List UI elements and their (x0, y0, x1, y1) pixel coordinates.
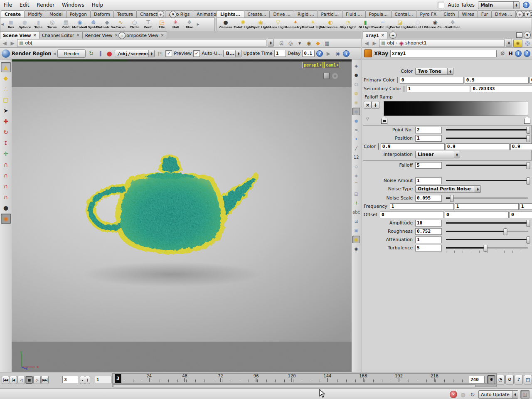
right-toolbar-icon[interactable]: ◈ (352, 62, 360, 69)
playback-button[interactable]: |◀ (10, 376, 17, 384)
playback-button[interactable]: ▶▶| (41, 376, 49, 384)
left-toolbar-icon[interactable]: ↻ (1, 127, 11, 137)
right-toolbar-icon[interactable]: ╱ (352, 144, 360, 152)
ramp-color-g-field[interactable] (446, 143, 510, 150)
shelf-tab-menu-button[interactable]: ▼ (170, 11, 177, 18)
help-icon-2[interactable]: ? (316, 50, 323, 57)
shelf-tool[interactable]: ✺ Point Light (234, 20, 252, 30)
noise-scale-field[interactable] (415, 195, 442, 202)
right-toolbar-icon[interactable]: ◉ (352, 99, 360, 106)
right-toolbar-icon[interactable]: ⊡ (352, 217, 360, 225)
shelf-tool[interactable]: ◆ Platonic So... (100, 20, 114, 30)
left-toolbar-icon[interactable]: ▢ (1, 95, 11, 105)
pane-tab[interactable]: Render View × (82, 31, 121, 39)
shelf-tool[interactable]: ≈ Caustic Lig... (374, 20, 392, 30)
nav-back-icon[interactable]: ◀ (1, 40, 8, 47)
tab-close-icon[interactable]: × (381, 33, 384, 37)
pane-tab[interactable]: Composite View × (121, 31, 167, 39)
xray-node-icon[interactable] (364, 49, 372, 57)
interpolation-dropdown[interactable]: Linear (415, 151, 460, 158)
render-button[interactable]: Render (57, 49, 86, 58)
left-toolbar-icon[interactable]: ● (1, 203, 11, 213)
secondary-color-swatch[interactable] (404, 86, 404, 92)
timeline-ruler[interactable]: 24 48 72 96 120 144 168 192 216 3 (112, 373, 497, 384)
tab-close-icon[interactable]: × (114, 33, 118, 37)
right-toolbar-icon[interactable]: ● (352, 108, 360, 115)
camera-path-spinner[interactable] (148, 50, 154, 57)
offset-z-field[interactable] (510, 212, 532, 218)
shelf-tool[interactable]: ▦ Grid (59, 20, 73, 30)
memory-icon[interactable]: ◍ (459, 391, 467, 398)
noise-amount-slider[interactable] (446, 180, 528, 181)
menu-item[interactable]: File (0, 2, 16, 8)
tab-close-icon[interactable]: × (76, 33, 79, 37)
shelf-tab[interactable]: Model (46, 10, 66, 17)
amplitude-field[interactable] (415, 220, 442, 227)
take-selector[interactable]: Main (478, 1, 520, 9)
path-toolbar-icon[interactable]: ◉ (305, 39, 313, 47)
shelf-tool[interactable]: T Font (141, 20, 155, 30)
falloff-field[interactable] (415, 162, 442, 169)
preview-checkbox[interactable]: ✓ (165, 50, 172, 57)
interrupt-icon[interactable]: ✕ (450, 391, 457, 398)
right-toolbar-icon[interactable]: ● (352, 117, 360, 124)
frequency-x-field[interactable] (390, 203, 454, 210)
nav-back-icon-2[interactable]: ◀ (363, 40, 370, 47)
menu-item[interactable]: Help (88, 2, 107, 8)
cache-icon[interactable]: ◫ (520, 390, 530, 399)
primary-color-swatch[interactable] (397, 77, 398, 83)
playback-button[interactable]: |◀◀ (2, 376, 9, 384)
path-dropdown[interactable] (268, 39, 274, 47)
shelf-tab[interactable]: Wires (458, 10, 478, 17)
pane-tab-xray1[interactable]: xray1 × (363, 31, 387, 39)
right-toolbar-icon[interactable]: ⌒ (352, 181, 360, 188)
shelf-tab[interactable]: Drive ... (269, 10, 294, 17)
path-root[interactable]: obj (387, 40, 394, 46)
menu-item[interactable]: Render (33, 2, 58, 8)
shelf-tool[interactable]: ▽ Area Light (269, 20, 287, 30)
secondary-g-field[interactable] (471, 86, 532, 92)
shelf-tool[interactable]: ❖ Rive (182, 20, 196, 30)
roughness-field[interactable] (415, 228, 442, 235)
right-toolbar-icon[interactable]: ◉ (352, 245, 360, 252)
right-toolbar-icon[interactable]: ▦ (352, 236, 360, 243)
position-field[interactable] (415, 135, 442, 142)
node-path-dropdown[interactable] (506, 39, 512, 47)
primary-b-field[interactable] (530, 77, 532, 84)
pause-icon[interactable]: ‖ (96, 50, 104, 57)
node-path-field[interactable]: ▦ obj › ◉ shopnet1 (379, 39, 505, 47)
pane-add-tab-button-2[interactable]: + (389, 32, 397, 39)
help-icon-4[interactable]: ? (524, 50, 530, 57)
point-no-slider-handle[interactable] (527, 127, 530, 134)
take-spinner[interactable] (513, 2, 519, 9)
right-toolbar-icon[interactable]: ◱ (352, 190, 360, 197)
amplitude-slider[interactable] (446, 222, 528, 224)
current-frame-field[interactable] (62, 376, 79, 383)
pin-button[interactable]: ◉ (513, 39, 522, 47)
left-toolbar-icon[interactable]: ↕ (1, 138, 11, 148)
shelf-scroll-right-icon[interactable]: ▶ (196, 18, 200, 31)
secondary-r-field[interactable] (406, 86, 470, 92)
pane-add-tab-button[interactable]: + (118, 32, 126, 39)
left-toolbar-icon[interactable]: ➤ (1, 106, 11, 116)
shelf-tab[interactable]: Drive ... (491, 10, 516, 17)
shelf-tab[interactable]: Modify (24, 10, 46, 17)
shelf-tool[interactable]: ✳ Null (169, 20, 182, 30)
bundle-spinner[interactable] (235, 50, 241, 57)
maximize-pane-icon[interactable] (516, 32, 522, 38)
right-toolbar-icon[interactable]: • (352, 135, 360, 143)
turbulence-field[interactable] (415, 245, 442, 251)
shelf-tool[interactable]: ◎ Torus (45, 20, 59, 30)
shelf-tool[interactable]: ◉ Stereo Ca... (426, 20, 444, 30)
viewport[interactable]: persp1▼ cam1▼ × y x z (12, 59, 352, 372)
right-toolbar-icon[interactable]: ◍ (352, 89, 360, 97)
timeline-option-button[interactable]: ◔ (496, 375, 505, 384)
nav-forward-icon[interactable]: ▶ (9, 40, 16, 47)
right-toolbar-icon[interactable]: abc (352, 208, 360, 216)
noise-amount-field[interactable] (415, 177, 442, 184)
noise-type-dropdown[interactable]: Original Perlin Noise (415, 185, 481, 193)
tab-close-icon[interactable]: × (160, 33, 164, 37)
right-toolbar-icon[interactable]: ▣ (352, 227, 360, 234)
auto-takes-checkbox[interactable] (438, 2, 444, 8)
shelf-scroll-left-icon[interactable]: ◀ (0, 18, 4, 31)
